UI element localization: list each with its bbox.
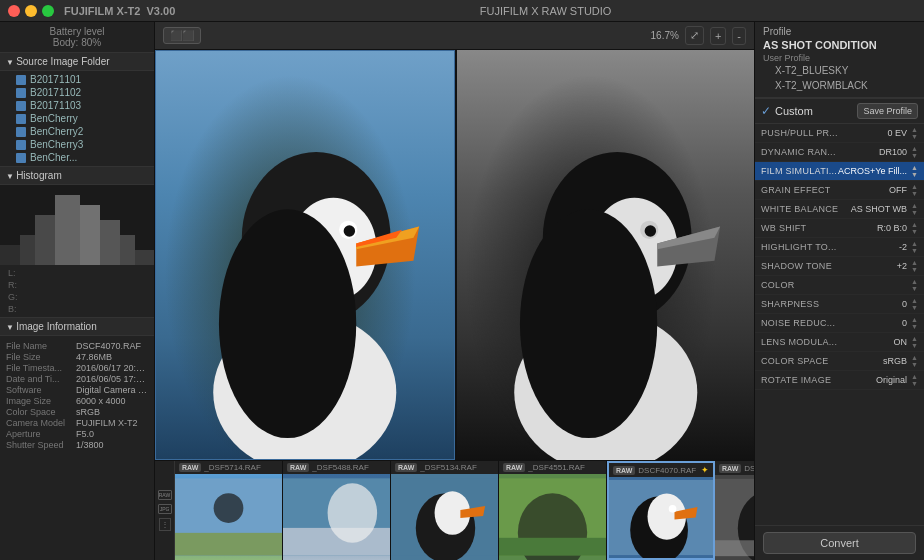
svg-rect-4 (80, 205, 100, 265)
setting-color-space[interactable]: COLOR SPACE sRGB ▲▼ (755, 352, 924, 371)
histogram-section: Histogram L: R: G: B: (0, 167, 154, 318)
svg-rect-1 (20, 235, 35, 265)
main-layout: Battery level Body: 80% Source Image Fol… (0, 22, 924, 560)
setting-highlight-tone[interactable]: HIGHLIGHT TO... -2 ▲▼ (755, 238, 924, 257)
folder-item-2[interactable]: B20171103 (0, 99, 154, 112)
histogram-canvas (0, 185, 155, 265)
film-item-2[interactable]: RAW _DSF5134.RAF (391, 461, 499, 560)
filmstrip: RAW JPG ⋮ RAW _DSF5714.RAF (155, 460, 754, 560)
setting-dynamic-range[interactable]: DYNAMIC RAN... DR100 ▲▼ (755, 143, 924, 162)
custom-label: Custom (775, 105, 853, 117)
film-header-2: RAW _DSF5134.RAF (391, 461, 498, 474)
film-thumb-1 (283, 474, 390, 560)
film-thumb-5 (715, 475, 754, 560)
svg-point-30 (328, 483, 378, 542)
setting-sharpness[interactable]: SHARPNESS 0 ▲▼ (755, 295, 924, 314)
view-toggle-btn[interactable]: ⬛⬛ (163, 27, 201, 44)
filmstrip-nav-icon[interactable]: ⋮ (159, 518, 171, 531)
raw-icon: RAW (158, 490, 172, 500)
profile-option-bluesky[interactable]: X-T2_BLUESKY (763, 63, 916, 78)
info-row-aperture: Aperture F5.0 (6, 429, 148, 439)
check-mark-icon: ✓ (761, 104, 771, 118)
info-row-filetimestamp: File Timesta... 2016/06/17 20:22:06 (6, 363, 148, 373)
titlebar: FUJIFILM X-T2 V3.00 FUJIFILM X RAW STUDI… (0, 0, 924, 22)
folder-item-6[interactable]: BenCher... (0, 151, 154, 164)
image-info-header[interactable]: Image Information (0, 318, 154, 336)
filmstrip-icons: RAW JPG ⋮ (155, 461, 175, 560)
close-button[interactable] (8, 5, 20, 17)
info-row-cameramodel: Camera Model FUJIFILM X-T2 (6, 418, 148, 428)
folder-icon (16, 127, 26, 137)
info-row-date: Date and Ti... 2016/06/05 17:11:56 (6, 374, 148, 384)
zoom-display: 16.7% (651, 30, 679, 41)
setting-noise-reduction[interactable]: NOISE REDUC... 0 ▲▼ (755, 314, 924, 333)
setting-rotate-image[interactable]: ROTATE IMAGE Original ▲▼ (755, 371, 924, 390)
svg-rect-26 (175, 533, 282, 556)
info-row-software: Software Digital Camera X-T2 Ver1. (6, 385, 148, 395)
setting-wb-shift[interactable]: WB SHIFT R:0 B:0 ▲▼ (755, 219, 924, 238)
svg-rect-37 (499, 538, 606, 556)
film-header-0: RAW _DSF5714.RAF (175, 461, 282, 474)
source-folder-header[interactable]: Source Image Folder (0, 53, 154, 71)
svg-rect-6 (120, 235, 135, 265)
file-tree: B20171101 B20171102 B20171103 BenCherry … (0, 71, 154, 167)
folder-item-1[interactable]: B20171102 (0, 86, 154, 99)
camera-app-name: FUJIFILM X-T2 V3.00 (64, 5, 175, 17)
info-row-shutterspeed: Shutter Speed 1/3800 (6, 440, 148, 450)
maximize-button[interactable] (42, 5, 54, 17)
setting-white-balance[interactable]: WHITE BALANCE AS SHOT WB ▲▼ (755, 200, 924, 219)
folder-icon (16, 75, 26, 85)
folder-icon (16, 153, 26, 163)
svg-rect-47 (715, 540, 754, 556)
zoom-fit-btn[interactable]: ⤢ (685, 26, 704, 45)
film-thumb-3 (499, 474, 606, 560)
save-profile-button[interactable]: Save Profile (857, 103, 918, 119)
film-item-1[interactable]: RAW _DSF5488.RAF (283, 461, 391, 560)
film-item-0[interactable]: RAW _DSF5714.RAF (175, 461, 283, 560)
folder-item-4[interactable]: BenCherry2 (0, 125, 154, 138)
setting-lens-modulation[interactable]: LENS MODULA... ON ▲▼ (755, 333, 924, 352)
film-item-3[interactable]: RAW _DSF4551.RAF (499, 461, 607, 560)
star-icon-4: ✦ (701, 465, 709, 475)
folder-icon (16, 114, 26, 124)
left-image-panel (155, 50, 455, 460)
custom-save-row: ✓ Custom Save Profile (755, 98, 924, 124)
setting-push-pull[interactable]: PUSH/PULL PR... 0 EV ▲▼ (755, 124, 924, 143)
image-info: File Name DSCF4070.RAF File Size 47.86MB… (0, 336, 154, 455)
zoom-in-btn[interactable]: + (710, 27, 726, 45)
film-item-5[interactable]: RAW DSCF3264.RAF ✦ (715, 461, 754, 560)
right-image-panel (457, 50, 755, 460)
as-shot-condition-label: AS SHOT CONDITION (763, 39, 916, 51)
svg-point-16 (219, 209, 356, 438)
folder-item-3[interactable]: BenCherry (0, 112, 154, 125)
setting-film-simulation[interactable]: FILM SIMULATI... ACROS+Ye Fill... ▲▼ (755, 162, 924, 181)
setting-color[interactable]: COLOR ▲▼ (755, 276, 924, 295)
info-row-filename: File Name DSCF4070.RAF (6, 341, 148, 351)
film-header-3: RAW _DSF4551.RAF (499, 461, 606, 474)
user-profile-label: User Profile (763, 53, 916, 63)
convert-button[interactable]: Convert (763, 532, 916, 554)
folder-item-5[interactable]: BenCherry3 (0, 138, 154, 151)
profile-option-wormblack[interactable]: X-T2_WORMBLACK (763, 78, 916, 93)
setting-grain-effect[interactable]: GRAIN EFFECT OFF ▲▼ (755, 181, 924, 200)
image-view (155, 50, 754, 460)
film-header-5: RAW DSCF3264.RAF ✦ (715, 461, 754, 475)
window-controls[interactable] (8, 5, 54, 17)
left-sidebar: Battery level Body: 80% Source Image Fol… (0, 22, 155, 560)
profile-title-label: Profile (763, 26, 916, 37)
zoom-out-btn[interactable]: - (732, 27, 746, 45)
setting-shadow-tone[interactable]: SHADOW TONE +2 ▲▼ (755, 257, 924, 276)
toolbar: ⬛⬛ 16.7% ⤢ + - (155, 22, 754, 50)
svg-rect-3 (55, 195, 80, 265)
minimize-button[interactable] (25, 5, 37, 17)
svg-rect-2 (35, 215, 55, 265)
settings-list: PUSH/PULL PR... 0 EV ▲▼ DYNAMIC RAN... D… (755, 124, 924, 525)
film-thumb-2 (391, 474, 498, 560)
film-item-4[interactable]: RAW DSCF4070.RAF ✦ (607, 461, 715, 560)
histogram-header[interactable]: Histogram (0, 167, 154, 185)
camera-info: Battery level Body: 80% (0, 22, 154, 53)
histogram-labels: L: R: G: B: (0, 265, 154, 317)
folder-item-0[interactable]: B20171101 (0, 73, 154, 86)
folder-icon (16, 101, 26, 111)
folder-icon (16, 88, 26, 98)
